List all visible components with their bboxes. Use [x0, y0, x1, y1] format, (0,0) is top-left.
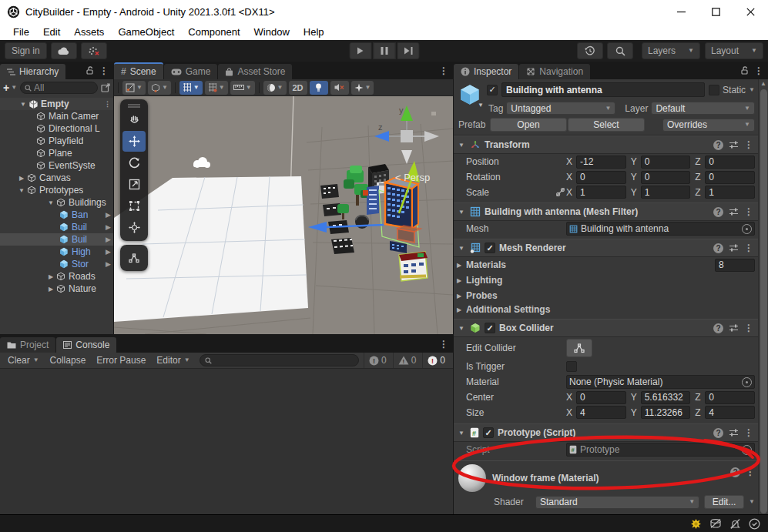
- materials-count-field[interactable]: 8: [715, 259, 755, 272]
- hierarchy-item-scene[interactable]: ▼ Empty ⋮: [0, 98, 113, 110]
- prototype-script-header[interactable]: ▼ # Prototype (Script) ? ⋮: [454, 423, 758, 442]
- play-button[interactable]: [349, 42, 371, 59]
- mesh-renderer-header[interactable]: ▼ Mesh Renderer ? ⋮: [454, 239, 758, 257]
- scale-y-field[interactable]: 1: [641, 186, 691, 199]
- editor-dropdown[interactable]: Editor▼: [152, 353, 194, 368]
- inspector-menu-icon[interactable]: ⋮: [754, 66, 763, 75]
- help-icon[interactable]: ?: [713, 323, 723, 333]
- help-icon[interactable]: ?: [713, 428, 723, 438]
- pivot-dropdown[interactable]: ▼: [148, 81, 171, 95]
- probes-foldout[interactable]: ▶Probes: [454, 288, 758, 303]
- shading-mode-dropdown[interactable]: ▼: [263, 81, 287, 95]
- layer-dropdown[interactable]: Default▼: [651, 102, 755, 115]
- hierarchy-item-prototypes[interactable]: ▼ Prototypes: [0, 184, 113, 196]
- hierarchy-item-eventsystem[interactable]: EventSyste: [0, 159, 113, 172]
- component-menu-icon[interactable]: ⋮: [744, 243, 753, 253]
- gameobject-name-field[interactable]: Building with antenna: [501, 82, 705, 97]
- open-prefab-chevron[interactable]: ▶: [106, 236, 113, 243]
- object-picker-icon[interactable]: [742, 445, 752, 455]
- static-checkbox[interactable]: [709, 85, 719, 95]
- tab-game[interactable]: Game: [164, 64, 218, 79]
- scene-lighting-toggle[interactable]: [310, 81, 328, 95]
- error-pause-toggle[interactable]: Error Pause: [92, 353, 150, 368]
- active-checkbox[interactable]: [487, 85, 498, 95]
- tab-inspector[interactable]: Inspector: [454, 64, 518, 79]
- foldout-icon[interactable]: ▼: [457, 209, 466, 216]
- collab-button[interactable]: [81, 42, 107, 59]
- tab-scene[interactable]: # Scene: [114, 62, 163, 79]
- menu-window[interactable]: Window: [247, 23, 297, 40]
- tab-hierarchy[interactable]: Hierarchy: [0, 64, 65, 79]
- transform-tool[interactable]: [122, 217, 146, 238]
- presets-icon[interactable]: [729, 207, 739, 216]
- hierarchy-item-playfield[interactable]: Playfield: [0, 135, 113, 147]
- cloud-services-button[interactable]: [51, 42, 77, 59]
- custom-editor-tool[interactable]: [122, 247, 146, 268]
- component-menu-icon[interactable]: ⋮: [744, 140, 753, 149]
- menu-edit[interactable]: Edit: [36, 23, 67, 40]
- mesh-object-field[interactable]: Building with antenna: [566, 222, 755, 236]
- prefab-select-button[interactable]: Select: [568, 118, 645, 132]
- scene-audio-toggle[interactable]: [330, 81, 349, 95]
- component-menu-icon[interactable]: ⋮: [744, 207, 753, 216]
- layout-dropdown[interactable]: Layout▼: [705, 42, 763, 59]
- scene-viewport[interactable]: y z < Persp: [114, 96, 453, 334]
- layers-dropdown[interactable]: Layers▼: [642, 42, 700, 59]
- rotation-y-field[interactable]: 0: [641, 171, 691, 184]
- 2d-toggle[interactable]: 2D: [289, 81, 307, 95]
- grid-visibility-dropdown[interactable]: ▼: [205, 81, 228, 95]
- gizmo-center-cube[interactable]: [401, 130, 413, 142]
- is-trigger-checkbox[interactable]: [566, 361, 577, 372]
- center-y-field[interactable]: 5.616332: [641, 391, 691, 404]
- warning-filter-toggle[interactable]: ! 0: [393, 353, 421, 368]
- menu-assets[interactable]: Assets: [67, 23, 111, 40]
- progress-ok-icon[interactable]: [749, 518, 760, 530]
- help-icon[interactable]: ?: [713, 207, 723, 217]
- clear-button[interactable]: Clear▼: [3, 353, 44, 368]
- help-icon[interactable]: ?: [713, 243, 723, 253]
- lock-icon[interactable]: [86, 66, 94, 75]
- shader-edit-button[interactable]: Edit...: [704, 495, 744, 509]
- center-x-field[interactable]: 0: [576, 391, 626, 404]
- scroll-down-icon[interactable]: ▼: [749, 499, 755, 505]
- hand-tool[interactable]: [122, 109, 146, 130]
- additional-settings-foldout[interactable]: ▶Additional Settings: [454, 303, 758, 319]
- transform-header[interactable]: ▼ Transform ? ⋮: [454, 136, 758, 154]
- hierarchy-item-main-camera[interactable]: Main Camer: [0, 110, 113, 122]
- shader-dropdown[interactable]: Standard▼: [535, 496, 699, 509]
- open-prefab-chevron[interactable]: ▶: [106, 211, 113, 219]
- tab-navigation[interactable]: Navigation: [519, 64, 590, 79]
- hierarchy-menu-icon[interactable]: ⋮: [99, 66, 109, 75]
- box-collider-header[interactable]: ▼ Box Collider ? ⋮: [454, 319, 758, 337]
- scene-picker-icon[interactable]: [101, 83, 110, 92]
- rotation-z-field[interactable]: 0: [705, 171, 755, 184]
- open-prefab-chevron[interactable]: ▶: [106, 223, 113, 231]
- hierarchy-item-building-prefab-selected[interactable]: Buil ▶: [0, 233, 113, 246]
- presets-icon[interactable]: [729, 140, 739, 149]
- console-log-area[interactable]: [0, 369, 453, 514]
- effects-dropdown[interactable]: ▼: [351, 81, 374, 95]
- palette-drag-handle[interactable]: [122, 102, 146, 109]
- gizmo-menu-square[interactable]: [431, 112, 436, 115]
- physic-material-field[interactable]: None (Physic Material): [566, 375, 755, 389]
- help-icon[interactable]: ?: [713, 140, 723, 150]
- prefab-open-button[interactable]: Open: [490, 118, 567, 132]
- tag-dropdown[interactable]: Untagged▼: [506, 102, 615, 115]
- lock-icon[interactable]: [741, 66, 749, 75]
- scene-menu-icon[interactable]: ⋮: [104, 101, 113, 108]
- scale-x-field[interactable]: 1: [576, 186, 626, 199]
- info-filter-toggle[interactable]: ! 0: [364, 353, 391, 368]
- foldout-icon[interactable]: ▼: [457, 325, 466, 332]
- cache-server-icon[interactable]: [709, 518, 722, 529]
- presets-icon[interactable]: [729, 243, 739, 253]
- component-menu-icon[interactable]: ⋮: [744, 323, 753, 333]
- hierarchy-item-plane[interactable]: Plane: [0, 147, 113, 159]
- static-dropdown-icon[interactable]: ▼: [749, 87, 755, 93]
- console-menu-icon[interactable]: ⋮: [439, 340, 448, 349]
- foldout-icon[interactable]: ▼: [457, 245, 466, 252]
- component-enabled-checkbox[interactable]: [485, 323, 495, 333]
- hierarchy-item-buildings[interactable]: ▼ Buildings: [0, 196, 113, 209]
- rotate-tool[interactable]: [122, 152, 146, 173]
- rect-tool[interactable]: [122, 196, 146, 216]
- tab-console[interactable]: Console: [56, 337, 116, 353]
